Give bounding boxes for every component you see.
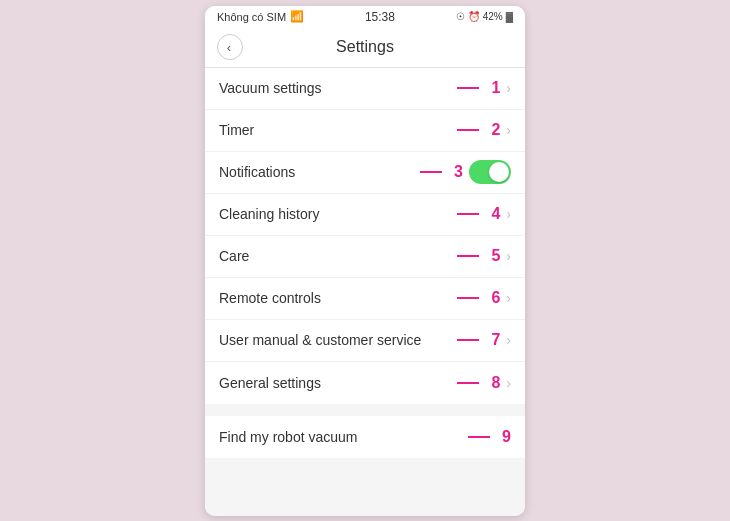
settings-item-remote-controls[interactable]: Remote controls 6 › <box>205 278 525 320</box>
settings-item-care[interactable]: Care 5 › <box>205 236 525 278</box>
carrier-label: Không có SIM <box>217 11 286 23</box>
remote-controls-label: Remote controls <box>219 290 453 306</box>
annotation-6: 6 <box>453 289 500 307</box>
annotation-3: 3 <box>416 163 463 181</box>
vacuum-settings-label: Vacuum settings <box>219 80 453 96</box>
annotation-2: 2 <box>453 121 500 139</box>
line-icon <box>457 382 479 384</box>
settings-item-vacuum-settings[interactable]: Vacuum settings 1 › <box>205 68 525 110</box>
line-icon <box>457 339 479 341</box>
cleaning-history-label: Cleaning history <box>219 206 453 222</box>
page-title: Settings <box>336 38 394 56</box>
line-icon <box>457 297 479 299</box>
line-icon <box>457 129 479 131</box>
user-manual-label: User manual & customer service <box>219 332 453 348</box>
section-separator <box>205 406 525 416</box>
back-chevron-icon: ‹ <box>227 41 231 54</box>
settings-item-find-robot[interactable]: Find my robot vacuum 9 <box>205 416 525 458</box>
chevron-right-icon: › <box>506 332 511 348</box>
line-icon <box>468 436 490 438</box>
main-settings-section: Vacuum settings 1 › Timer 2 › Notificati… <box>205 68 525 404</box>
alarm-icon: ⏰ <box>468 11 480 22</box>
annotation-7: 7 <box>453 331 500 349</box>
line-icon <box>420 171 442 173</box>
battery-label: 42% <box>483 11 503 22</box>
chevron-right-icon: › <box>506 248 511 264</box>
general-settings-label: General settings <box>219 375 453 391</box>
bottom-settings-section: Find my robot vacuum 9 <box>205 416 525 458</box>
settings-item-cleaning-history[interactable]: Cleaning history 4 › <box>205 194 525 236</box>
chevron-right-icon: › <box>506 375 511 391</box>
status-right: ☉ ⏰ 42% ▓ <box>456 11 513 22</box>
status-left: Không có SIM 📶 <box>217 10 304 23</box>
settings-item-notifications[interactable]: Notifications 3 <box>205 152 525 194</box>
back-button[interactable]: ‹ <box>217 34 243 60</box>
annotation-8: 8 <box>453 374 500 392</box>
settings-item-timer[interactable]: Timer 2 › <box>205 110 525 152</box>
eye-icon: ☉ <box>456 11 465 22</box>
battery-icon: ▓ <box>506 11 513 22</box>
timer-label: Timer <box>219 122 453 138</box>
chevron-right-icon: › <box>506 80 511 96</box>
chevron-right-icon: › <box>506 122 511 138</box>
annotation-5: 5 <box>453 247 500 265</box>
chevron-right-icon: › <box>506 206 511 222</box>
settings-content: Vacuum settings 1 › Timer 2 › Notificati… <box>205 68 525 516</box>
status-time: 15:38 <box>365 10 395 24</box>
line-icon <box>457 255 479 257</box>
notifications-label: Notifications <box>219 164 416 180</box>
line-icon <box>457 87 479 89</box>
toggle-knob <box>489 162 509 182</box>
notifications-toggle[interactable] <box>469 160 511 184</box>
annotation-1: 1 <box>453 79 500 97</box>
care-label: Care <box>219 248 453 264</box>
status-bar: Không có SIM 📶 15:38 ☉ ⏰ 42% ▓ <box>205 6 525 28</box>
settings-item-user-manual[interactable]: User manual & customer service 7 › <box>205 320 525 362</box>
annotation-9: 9 <box>464 428 511 446</box>
nav-bar: ‹ Settings <box>205 28 525 68</box>
phone-frame: Không có SIM 📶 15:38 ☉ ⏰ 42% ▓ ‹ Setting… <box>205 6 525 516</box>
find-robot-label: Find my robot vacuum <box>219 429 464 445</box>
line-icon <box>457 213 479 215</box>
annotation-4: 4 <box>453 205 500 223</box>
settings-item-general-settings[interactable]: General settings 8 › <box>205 362 525 404</box>
chevron-right-icon: › <box>506 290 511 306</box>
wifi-icon: 📶 <box>290 10 304 23</box>
